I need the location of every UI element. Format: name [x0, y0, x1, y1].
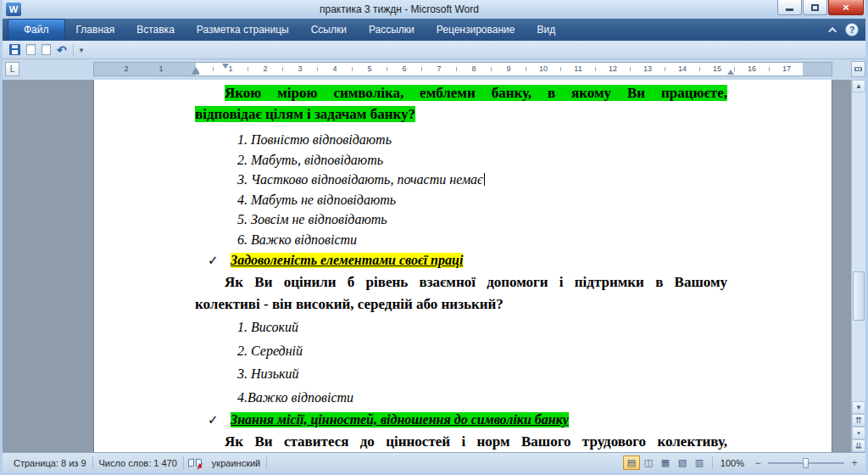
- tab-stop-selector[interactable]: L: [5, 62, 19, 76]
- section-bullet-2[interactable]: ✓ Знання місії, цінностей, відношення до…: [208, 412, 727, 428]
- proofing-error-icon: ✗: [197, 462, 203, 471]
- save-button[interactable]: [9, 42, 20, 58]
- ruler-mark: 4: [332, 64, 337, 74]
- minimize-button[interactable]: [777, 0, 802, 15]
- next-page-icon: ⇊: [855, 441, 862, 450]
- language-indicator[interactable]: украинский: [206, 458, 266, 468]
- ruler-text-area: [196, 63, 803, 75]
- scroll-down-button[interactable]: ▼: [852, 401, 865, 414]
- window-title: практика 3 тиждн - Microsoft Word: [21, 3, 777, 15]
- word-count[interactable]: Число слов: 1 470: [93, 458, 183, 468]
- ribbon-tab-bar: Файл Главная Вставка Разметка страницы С…: [3, 19, 865, 41]
- outline-view-button[interactable]: ▧: [674, 455, 691, 470]
- scrollbar-thumb[interactable]: [853, 271, 865, 321]
- expand-ribbon-icon[interactable]: [828, 26, 837, 35]
- ruler-mark: 3: [298, 64, 302, 74]
- scroll-up-button[interactable]: ▲: [852, 80, 865, 92]
- ruler-mark: 8: [471, 64, 476, 74]
- ruler-toggle-button[interactable]: [851, 61, 865, 77]
- first-line-indent-marker[interactable]: [222, 64, 229, 72]
- ruler-mark: 12: [609, 64, 617, 74]
- list-item[interactable]: 5. Зовсім не відповідають: [237, 210, 727, 230]
- blank-page-icon: [42, 44, 51, 55]
- zoom-slider-thumb[interactable]: [803, 458, 809, 468]
- tab-home[interactable]: Главная: [65, 20, 126, 41]
- page-indicator[interactable]: Страница: 8 из 9: [8, 458, 92, 468]
- ruler-mark: 16: [748, 64, 756, 74]
- tab-mailings[interactable]: Рассылки: [358, 20, 426, 41]
- book-icon: [188, 458, 194, 467]
- checkmark-icon: ✓: [208, 253, 231, 268]
- window-controls: ×: [777, 0, 864, 15]
- next-page-button[interactable]: ⇊: [852, 439, 865, 452]
- ruler-mark: 2: [263, 64, 267, 74]
- horizontal-ruler[interactable]: 2 1 1 2 3 4 5 6 7 8 9 10 11 12 13 14 15 …: [93, 62, 832, 76]
- vertical-scrollbar[interactable]: ▲ ▼ ⇈ • ⇊: [851, 80, 865, 452]
- zoom-in-button[interactable]: +: [849, 457, 860, 469]
- list-item[interactable]: 3. Частково відповідають, почасти немає: [237, 170, 727, 190]
- zoom-out-button[interactable]: −: [752, 457, 764, 469]
- left-indent-marker[interactable]: [192, 72, 199, 75]
- text-cursor: [484, 173, 485, 186]
- question-paragraph-3[interactable]: Як Ви ставитеся до цінностей і норм Вашо…: [195, 431, 727, 452]
- undo-button[interactable]: ↶: [57, 42, 67, 58]
- proofing-status-button[interactable]: ✗: [187, 457, 203, 469]
- undo-icon: ↶: [57, 44, 67, 56]
- question-paragraph-1[interactable]: Якою мірою символіка, емблеми банку, в я…: [195, 82, 727, 125]
- list-item[interactable]: 3. Низький: [237, 362, 727, 386]
- new-document-button[interactable]: [42, 42, 51, 58]
- help-button[interactable]: ?: [845, 23, 859, 36]
- scroll-down-icon: ▼: [855, 404, 862, 411]
- separator: [712, 456, 713, 469]
- fullscreen-reading-view-button[interactable]: ◫: [640, 455, 657, 470]
- list-item[interactable]: 4.Важко відповісти: [237, 386, 727, 410]
- web-layout-view-button[interactable]: ▦: [657, 455, 674, 470]
- list-item[interactable]: 4. Мабуть не відповідають: [237, 190, 727, 210]
- maximize-button[interactable]: [803, 0, 827, 15]
- list-item[interactable]: 1. Повністю відповідають: [237, 130, 727, 150]
- hanging-indent-marker[interactable]: [192, 64, 199, 72]
- separator: [73, 44, 74, 56]
- list-item[interactable]: 2. Середній: [237, 339, 727, 363]
- question-paragraph-2[interactable]: Як Ви оцінили б рівень взаємної допомоги…: [195, 271, 727, 316]
- zoom-slider[interactable]: [768, 457, 844, 469]
- ruler-mark: 6: [402, 64, 406, 74]
- previous-page-button[interactable]: ⇈: [852, 414, 865, 427]
- tab-insert[interactable]: Вставка: [125, 20, 186, 41]
- browse-object-icon: •: [857, 428, 860, 438]
- right-indent-marker[interactable]: [727, 66, 734, 75]
- tab-view[interactable]: Вид: [526, 20, 566, 41]
- ruler-mark: 11: [574, 64, 581, 74]
- title-bar: W практика 3 тиждн - Microsoft Word ×: [3, 0, 865, 19]
- print-preview-button[interactable]: [26, 42, 36, 58]
- customize-qat-button[interactable]: ▾: [80, 42, 84, 58]
- word-logo-icon[interactable]: W: [6, 3, 21, 16]
- answer-list-1: 1. Повністю відповідають 2. Мабуть, відп…: [237, 130, 727, 249]
- list-item[interactable]: 1. Високий: [237, 316, 727, 339]
- status-bar-right: ▤ ◫ ▦ ▧ ▥ 100% − +: [623, 455, 860, 470]
- document-page[interactable]: Якою мірою символіка, емблеми банку, в я…: [93, 80, 832, 452]
- document-content: Якою мірою символіка, емблеми банку, в я…: [195, 80, 727, 452]
- list-item[interactable]: 2. Мабуть, відповідають: [237, 150, 727, 170]
- select-browse-object-button[interactable]: •: [852, 427, 865, 439]
- tab-references[interactable]: Ссылки: [300, 20, 358, 41]
- list-item[interactable]: 6. Важко відповісти: [237, 230, 727, 250]
- scroll-up-icon: ▲: [855, 82, 862, 90]
- section-bullet-1[interactable]: ✓ Задоволеність елементами своєї праці: [208, 253, 727, 268]
- zoom-level[interactable]: 100%: [717, 458, 748, 468]
- close-button[interactable]: ×: [828, 0, 864, 15]
- tab-review[interactable]: Рецензирование: [426, 20, 526, 41]
- print-layout-view-button[interactable]: ▤: [623, 455, 640, 470]
- scrollbar-track[interactable]: [852, 92, 865, 401]
- ruler-mark: 14: [678, 64, 687, 74]
- previous-page-icon: ⇈: [855, 416, 862, 425]
- tab-page-layout[interactable]: Разметка страницы: [186, 20, 300, 41]
- highlighted-heading: Задоволеність елементами своєї праці: [231, 253, 463, 268]
- ruler-mark: 15: [713, 64, 721, 74]
- draft-view-button[interactable]: ▥: [691, 455, 708, 470]
- ruler-mark: 1: [159, 64, 163, 74]
- tab-file[interactable]: Файл: [8, 19, 65, 41]
- ruler-mark: 13: [643, 64, 652, 74]
- answer-list-2: 1. Високий 2. Середній 3. Низький 4.Важк…: [237, 316, 727, 409]
- checkmark-icon: ✓: [208, 412, 231, 428]
